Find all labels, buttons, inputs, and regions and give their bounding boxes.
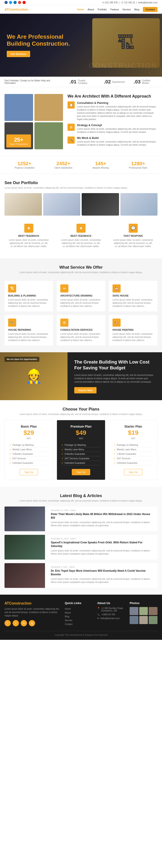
footer-address: 📍 +1 000 Number Road Dumbarton, GB (97, 607, 125, 612)
about-item-3-content: We Work & Build Lorem ipsum dolor sit am… (77, 136, 158, 147)
service-title-5: CONSULTATION SERVICES (60, 329, 102, 331)
feedback-title-1: BEST FEEDBACK (8, 235, 50, 237)
blog-img-2[interactable] (4, 535, 45, 560)
services-grid: 🏗 BUILDING & PLANNING Lorem ipsum dolor … (4, 281, 158, 345)
portfolio-img-3[interactable] (82, 193, 119, 216)
starter-feature-4: 24/7 Services (114, 456, 153, 461)
linkedin-icon[interactable] (14, 1, 17, 4)
blog-item-2: November 10, 2021 · Admin SpaceX's Inspi… (4, 535, 158, 560)
service-icon-4: 🔧 (8, 318, 16, 327)
about-title: We Are Architect With A Different Approa… (68, 94, 158, 99)
about-item-1: 📋 Consultation & Planning Lorem ipsum do… (68, 101, 158, 121)
blog-img-3[interactable] (4, 563, 45, 588)
starter-signup-button[interactable]: Sign Up (124, 469, 142, 475)
footer-logo-suffix: Construction (9, 601, 31, 605)
blog-img-1[interactable] (4, 506, 45, 531)
nav-portfolio[interactable]: Portfolio (98, 8, 107, 11)
footer-col-photos: Photos (130, 601, 158, 626)
portfolio-img-4[interactable] (120, 193, 158, 216)
excavator-icon: 🏗 (117, 33, 135, 53)
about-item-3-title: We Work & Build (77, 136, 158, 140)
footer-photo-1 (130, 607, 138, 615)
portfolio-section: See Our Portfolio Lorem ipsum dolor sit … (0, 174, 162, 258)
hero-services-button[interactable]: Our Services (7, 51, 30, 57)
twitter-icon[interactable] (9, 1, 12, 4)
service-icon-5: ⚙ (60, 318, 69, 327)
about-item-1-text: Lorem ipsum dolor sit amet, consectetur … (77, 105, 158, 121)
basic-signup-button[interactable]: Sign Up (20, 469, 38, 475)
blog-item-3: November 8, 2021 · Admin Dr. Eric Topol … (4, 563, 158, 588)
blog-post-title-3[interactable]: Dr. Eric Topol Says More Americans Will … (51, 569, 155, 576)
nav-blog[interactable]: Blog (134, 8, 139, 11)
service-title-6: HOUSE PAINTING (112, 329, 154, 331)
cta-text: Lorem ipsum dolor sit amet, consectetur … (74, 373, 155, 383)
blog-content-3: November 8, 2021 · Admin Dr. Eric Topol … (48, 563, 158, 588)
nav-feature[interactable]: Feature (110, 8, 119, 11)
nav-service[interactable]: Service (123, 8, 131, 11)
feedback-icon-3: 💬 (129, 224, 138, 233)
footer-facebook-icon[interactable]: f (4, 620, 11, 626)
nav-home[interactable]: Home (77, 8, 84, 11)
facebook-icon[interactable] (4, 1, 8, 4)
service-icon-2: ✏ (60, 284, 69, 292)
footer-link-home[interactable]: Home (65, 607, 93, 611)
about-item-3: 🔨 We Work & Build Lorem ipsum dolor sit … (68, 136, 158, 147)
counter-projects-label: Projects Completed (15, 166, 34, 169)
portfolio-grid (4, 193, 158, 216)
blog-content-1: November 12, 2021 · Admin Peter Thiel Wo… (48, 506, 158, 531)
counter-awards: 145+ Awards Winning (92, 161, 109, 169)
starter-plan-price: $19 (114, 429, 153, 436)
nav-links: Home About Portfolio Feature Service Blo… (77, 7, 158, 12)
footer-link-blog[interactable]: Blog (65, 615, 93, 618)
premium-feature-5: Unlimited Guarantee (61, 461, 101, 465)
build-icon: 🔨 (68, 136, 75, 144)
basic-feature-1: Package (s) Washing (9, 443, 48, 447)
trust-num-1: .01 (70, 79, 77, 85)
basic-plan-period: /MO (9, 437, 48, 440)
premium-feature-4: 24/7 Services Guarantee (61, 456, 101, 461)
blog-post-title-2[interactable]: SpaceX's Inspirational Crew Speaks From … (51, 541, 155, 548)
basic-feature-4: 24/7 Services (9, 456, 48, 461)
footer: ATConstruction Lorem ipsum dolor sit ame… (0, 595, 162, 640)
service-title-2: ARCHITECTURE DRAWING (60, 294, 102, 297)
basic-features: Package (s) Washing Weekly Lawn Menu 3 M… (9, 443, 48, 465)
blog-title: Latest Blog & Articles (4, 493, 158, 498)
counter-projects-num: 1252+ (15, 161, 34, 166)
starter-feature-1: Package (s) Washing (114, 443, 153, 447)
portfolio-img-2[interactable] (43, 193, 81, 216)
blog-post-title-1[interactable]: Peter Thiel Would Likely Make $5 Billion… (51, 513, 155, 520)
services-title: What Service We Offer (4, 265, 158, 270)
premium-feature-1: Package (s) Washing (61, 443, 101, 447)
footer-twitter-icon[interactable]: t (12, 620, 19, 626)
premium-signup-button[interactable]: Sign Up (72, 469, 90, 475)
pricing-grid: Basic Plan $29 /MO Package (s) Washing W… (4, 420, 158, 480)
social-icons[interactable] (4, 1, 26, 4)
footer-link-contact[interactable]: Contact (65, 622, 93, 626)
footer-bottom: Copyright Thor-Architecture & Design to … (4, 631, 158, 636)
premium-plan-name: Premium Plan (61, 425, 101, 428)
premium-plan-period: /MO (61, 437, 101, 440)
trust-bar: Don't Hesitate. Contact us for Better He… (0, 77, 162, 87)
service-card-1: 🏗 BUILDING & PLANNING Lorem ipsum dolor … (4, 281, 53, 311)
nav-contact-link[interactable]: Contact (143, 7, 158, 12)
cta-content: The Greate Building With Low Cost For Sa… (68, 352, 162, 400)
feedback-card-3: 💬 FAST RESPONS Lorem ipsum dolor sit ame… (109, 220, 158, 252)
navbar: ATConstruction Home About Portfolio Feat… (0, 5, 162, 14)
phone-icon: 📞 (97, 613, 100, 616)
portfolio-img-1[interactable] (4, 193, 42, 216)
blog-text-1: Lorem ipsum dolor sit amet, consectetur … (51, 521, 155, 527)
cta-inquiry-button[interactable]: Inquiry Now (74, 387, 97, 394)
footer-instagram-icon[interactable]: ig (29, 620, 35, 626)
youtube-icon[interactable] (23, 1, 26, 4)
nav-about[interactable]: About (87, 8, 94, 11)
footer-linkedin-icon[interactable]: in (21, 620, 27, 626)
trust-item-1: .01 Trusted Company (70, 79, 95, 85)
about-images: 25+ Years Of Experience (4, 94, 63, 149)
footer-link-about[interactable]: About (65, 611, 93, 615)
footer-link-service[interactable]: Service (65, 618, 93, 622)
hero-image: 🏗 (92, 18, 160, 68)
footer-logo: ATConstruction (4, 601, 60, 606)
googleplus-icon[interactable] (18, 1, 21, 4)
feedback-card-2: ★ BEST FEEDBACK Lorem ipsum dolor sit am… (57, 220, 105, 252)
pricing-card-basic: Basic Plan $29 /MO Package (s) Washing W… (4, 420, 53, 480)
